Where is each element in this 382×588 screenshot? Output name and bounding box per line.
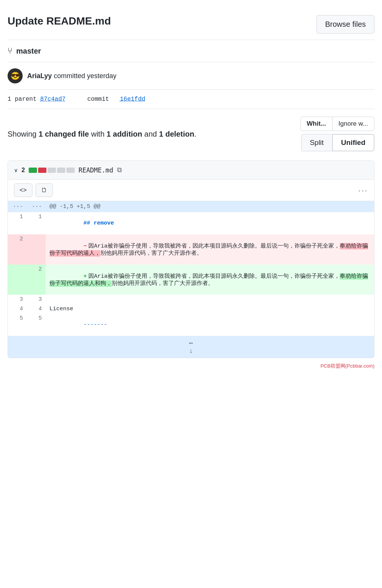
commit-title: Update README.md — [8, 15, 111, 27]
separator-content: ------- — [83, 322, 107, 328]
ellipsis-menu[interactable]: ··· — [358, 186, 368, 195]
line-content: +因Aria被诈骗份子使用，导致我被跨省，因此本项目源码永久删除。最后说一句，诈… — [46, 265, 374, 295]
old-line-num: 2 — [8, 234, 27, 265]
additions: 1 addition — [106, 130, 142, 138]
hunk-header-content: @@ -1,5 +1,5 @@ — [46, 201, 374, 212]
line-content — [46, 295, 374, 304]
author-info: AriaLyy committed yesterday — [27, 72, 116, 80]
copy-icon[interactable]: ⧉ — [117, 166, 122, 174]
showing-label: Showing — [8, 130, 39, 138]
line-content: −因Aria被诈骗份子使用，导致我被跨省，因此本项目源码永久删除。最后说一句，诈… — [46, 234, 374, 265]
author-action: committed — [54, 72, 87, 80]
parent-hash[interactable]: 87c4ad7 — [40, 96, 65, 103]
commit-header: Update README.md Browse files — [8, 8, 374, 40]
new-line-num: 5 — [27, 314, 46, 336]
expand-row[interactable]: ⋯↓ — [8, 336, 374, 358]
add-marker: + — [83, 273, 87, 280]
file-view-btn[interactable]: 🗋 — [35, 183, 53, 197]
whitespace-btn1[interactable]: Whit... — [300, 117, 332, 131]
new-line-num — [27, 234, 46, 265]
parent-section: 1 parent 87c4ad7 commit 16e1fdd — [8, 90, 374, 109]
old-line-num: 3 — [8, 295, 27, 304]
heading-content: ## remove — [83, 220, 114, 226]
with-label: with — [89, 130, 107, 138]
new-line-num: 3 — [27, 295, 46, 304]
branch-name: master — [16, 47, 41, 55]
bar-green-1 — [29, 168, 37, 173]
expand-arrows-icon: ⋯↓ — [189, 340, 193, 355]
bar-gray-3 — [66, 168, 75, 173]
del-text-after: 别他妈用开源代码，害了广大开源作者。 — [100, 250, 202, 257]
avatar: 😎 — [8, 68, 23, 83]
split-btn[interactable]: Split — [301, 134, 332, 151]
file-name: README.md — [79, 166, 113, 174]
new-line-num: 1 — [27, 212, 46, 234]
code-view-btn[interactable]: <> — [14, 183, 32, 197]
hunk-header-row: ··· ··· @@ -1,5 +1,5 @@ — [8, 201, 374, 212]
file-header: ∨ 2 README.md ⧉ — [8, 161, 374, 180]
old-line-num: 5 — [8, 314, 27, 336]
add-text-before: 因Aria被诈骗份子使用，导致我被跨省，因此本项目源码永久删除。最后说一句，诈骗… — [88, 273, 340, 280]
diff-bars — [29, 168, 75, 173]
old-line-num — [8, 265, 27, 295]
bar-gray-2 — [57, 168, 65, 173]
whitespace-btn2[interactable]: Ignore w... — [332, 117, 374, 131]
split-unified-controls: Split Unified — [301, 134, 374, 151]
bar-gray-1 — [48, 168, 56, 173]
period: . — [194, 130, 197, 138]
old-line-num: 1 — [8, 212, 27, 234]
hunk-new-num: ··· — [27, 201, 46, 212]
table-row: 2 +因Aria被诈骗份子使用，导致我被跨省，因此本项目源码永久删除。最后说一句… — [8, 265, 374, 295]
commit-time: yesterday — [87, 72, 116, 80]
add-text-after: 别他妈用开源代码，害了广大开源作者。 — [112, 280, 214, 287]
code-view-icon: <> — [20, 187, 27, 193]
diff-table: ··· ··· @@ -1,5 +1,5 @@ 1 1 ## remove 2 … — [8, 201, 374, 358]
table-row: 3 3 — [8, 295, 374, 304]
toolbar-left: <> 🗋 — [14, 183, 53, 197]
deletions: 1 deletion — [159, 130, 194, 138]
expand-icon[interactable]: ∨ — [14, 167, 18, 173]
del-marker: − — [83, 243, 87, 249]
new-line-num: 4 — [27, 304, 46, 314]
view-controls: Whit... Ignore w... Split Unified — [300, 117, 374, 151]
commit-label: commit — [87, 96, 109, 103]
bar-red-1 — [38, 168, 46, 173]
author-section: 😎 AriaLyy committed yesterday — [8, 62, 374, 90]
line-content: ------- — [46, 314, 374, 336]
branch-section: ⑂ master — [8, 40, 374, 62]
file-view-icon: 🗋 — [41, 187, 47, 193]
diff-container: ∨ 2 README.md ⧉ <> 🗋 ··· ··· — [8, 160, 374, 358]
old-line-num: 4 — [8, 304, 27, 314]
hunk-old-num: ··· — [8, 201, 27, 212]
stats-text: Showing 1 changed file with 1 addition a… — [8, 130, 196, 139]
and-label: and — [142, 130, 159, 138]
table-row: 1 1 ## remove — [8, 212, 374, 234]
diff-toolbar: <> 🗋 ··· — [8, 180, 374, 201]
author-name: AriaLyy — [27, 72, 52, 80]
line-content: ## remove — [46, 212, 374, 234]
expand-cell[interactable]: ⋯↓ — [8, 336, 374, 358]
attribution-text: PCB联盟网(Pcbbar.com) — [320, 363, 374, 369]
del-text-before: 因Aria被诈骗份子使用，导致我被跨省，因此本项目源码永久删除。最后说一句，诈骗… — [88, 243, 340, 249]
commit-hash[interactable]: 16e1fdd — [120, 96, 145, 103]
footer-attribution: PCB联盟网(Pcbbar.com) — [8, 363, 374, 369]
browse-files-button[interactable]: Browse files — [316, 15, 374, 34]
changed-count: 2 — [22, 167, 25, 174]
whitespace-controls: Whit... Ignore w... — [300, 117, 374, 131]
changed-files: 1 changed file — [39, 130, 89, 138]
table-row: 5 5 ------- — [8, 314, 374, 336]
branch-icon: ⑂ — [8, 46, 12, 56]
table-row: 4 4 License — [8, 304, 374, 314]
table-row: 2 −因Aria被诈骗份子使用，导致我被跨省，因此本项目源码永久删除。最后说一句… — [8, 234, 374, 265]
stats-bar: Showing 1 changed file with 1 addition a… — [8, 109, 374, 159]
parent-label: 1 parent — [8, 96, 37, 103]
line-content: License — [46, 304, 374, 314]
new-line-num: 2 — [27, 265, 46, 295]
unified-btn[interactable]: Unified — [332, 134, 374, 151]
